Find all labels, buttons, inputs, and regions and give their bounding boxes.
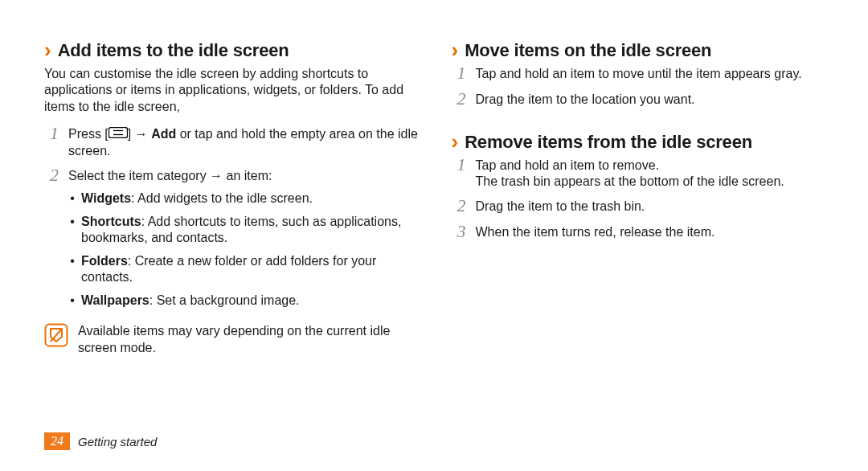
bullet-dot: • (68, 214, 76, 247)
step-body: Drag the item to the trash bin. (476, 199, 829, 216)
step-number: 1 (452, 64, 466, 82)
move-steps-list: 1 Tap and hold an item to move until the… (452, 66, 829, 109)
heading-text: Add items to the idle screen (58, 40, 289, 61)
page-number-badge: 24 (44, 432, 70, 450)
bullet-dot: • (68, 190, 76, 207)
step-number: 1 (452, 156, 466, 189)
step-number: 2 (44, 166, 59, 313)
heading-add-items: › Add items to the idle screen (44, 40, 421, 61)
chevron-right-icon: › (452, 39, 459, 60)
heading-text: Move items on the idle screen (465, 40, 711, 61)
step-body: Tap and hold an item to remove. The tras… (476, 158, 829, 190)
step-number: 2 (452, 90, 466, 108)
step-body: Select the item category → an item: • Wi… (68, 168, 421, 315)
heading-move-items: › Move items on the idle screen (452, 40, 829, 61)
menu-key-icon (108, 126, 128, 142)
step-number: 2 (452, 197, 466, 215)
chevron-right-icon: › (44, 39, 51, 60)
page-footer: 24 Getting started (44, 432, 157, 450)
heading-remove-items: › Remove items from the idle screen (452, 132, 829, 153)
remove-step-3: 3 When the item turns red, release the i… (452, 224, 829, 242)
chevron-right-icon: › (452, 131, 459, 152)
bullet-widgets: • Widgets: Add widgets to the idle scree… (68, 190, 421, 207)
add-step-1: 1 Press [] → Add or tap and hold the emp… (44, 126, 421, 159)
note-icon (44, 323, 68, 347)
step-body: Tap and hold an item to move until the i… (476, 66, 829, 84)
remove-step-1: 1 Tap and hold an item to remove. The tr… (452, 158, 829, 190)
step-body: Press [] → Add or tap and hold the empty… (68, 126, 421, 159)
svg-rect-0 (108, 127, 127, 137)
move-step-2: 2 Drag the item to the location you want… (452, 92, 829, 109)
two-column-layout: › Add items to the idle screen You can c… (44, 40, 828, 356)
add-steps-list: 1 Press [] → Add or tap and hold the emp… (44, 126, 421, 315)
bullet-dot: • (68, 293, 76, 309)
bullet-shortcuts: • Shortcuts: Add shortcuts to items, suc… (68, 214, 421, 247)
note-callout: Available items may vary depending on th… (44, 323, 421, 356)
heading-text: Remove items from the idle screen (465, 132, 752, 153)
item-categories-list: • Widgets: Add widgets to the idle scree… (68, 190, 421, 309)
remove-steps-list: 1 Tap and hold an item to remove. The tr… (452, 158, 829, 242)
step-number: 3 (452, 223, 466, 240)
step-body: When the item turns red, release the ite… (476, 224, 829, 242)
add-step-2: 2 Select the item category → an item: • … (44, 168, 421, 315)
bullet-wallpapers: • Wallpapers: Set a background image. (68, 293, 421, 309)
chapter-name: Getting started (78, 435, 157, 448)
step-number: 1 (44, 125, 59, 158)
bullet-dot: • (68, 253, 76, 286)
remove-step-2: 2 Drag the item to the trash bin. (452, 199, 829, 216)
step-body: Drag the item to the location you want. (476, 92, 829, 109)
move-step-1: 1 Tap and hold an item to move until the… (452, 66, 829, 84)
left-column: › Add items to the idle screen You can c… (44, 40, 421, 356)
bullet-folders: • Folders: Create a new folder or add fo… (68, 253, 421, 286)
note-text: Available items may vary depending on th… (78, 323, 421, 356)
intro-paragraph: You can customise the idle screen by add… (44, 66, 421, 115)
right-column: › Move items on the idle screen 1 Tap an… (452, 40, 829, 356)
